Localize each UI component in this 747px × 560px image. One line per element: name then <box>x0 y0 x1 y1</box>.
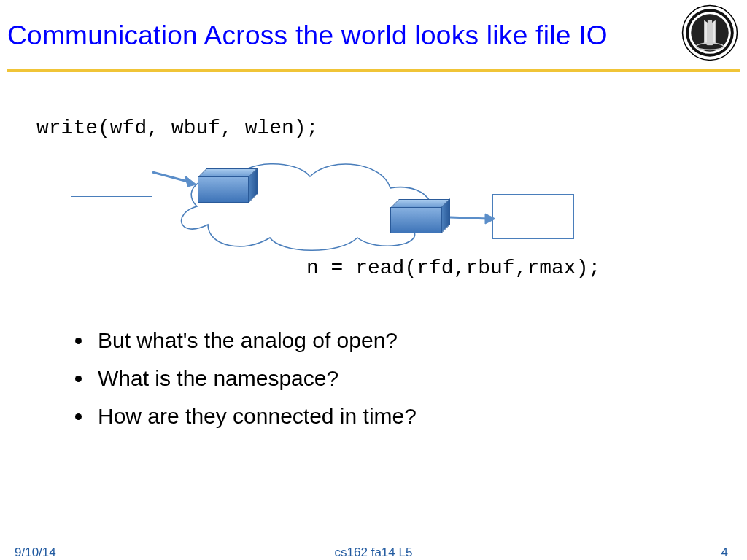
router-cube-right <box>390 201 441 228</box>
svg-marker-8 <box>186 176 196 187</box>
bullet-item: How are they connected in time? <box>93 404 417 429</box>
network-io-diagram <box>62 144 587 254</box>
slide-title: Communication Across the world looks lik… <box>7 20 740 51</box>
bullet-item: What is the namespace? <box>93 366 417 391</box>
bullet-item: But what's the analog of open? <box>93 328 417 353</box>
receiver-box <box>492 194 574 239</box>
footer-course: cs162 fa14 L5 <box>335 545 413 560</box>
read-call-code: n = read(rfd,rbuf,rmax); <box>306 257 600 279</box>
arrow-left <box>151 168 202 190</box>
svg-marker-10 <box>485 214 495 224</box>
title-divider <box>7 69 740 72</box>
footer-page: 4 <box>721 545 728 560</box>
write-call-code: write(wfd, wbuf, wlen); <box>36 117 318 139</box>
bullet-list: But what's the analog of open? What is t… <box>73 328 417 442</box>
router-cube-left <box>198 171 249 197</box>
sender-box <box>71 152 152 197</box>
svg-line-9 <box>450 217 488 219</box>
arrow-right <box>449 210 500 228</box>
footer-date: 9/10/14 <box>15 545 56 560</box>
